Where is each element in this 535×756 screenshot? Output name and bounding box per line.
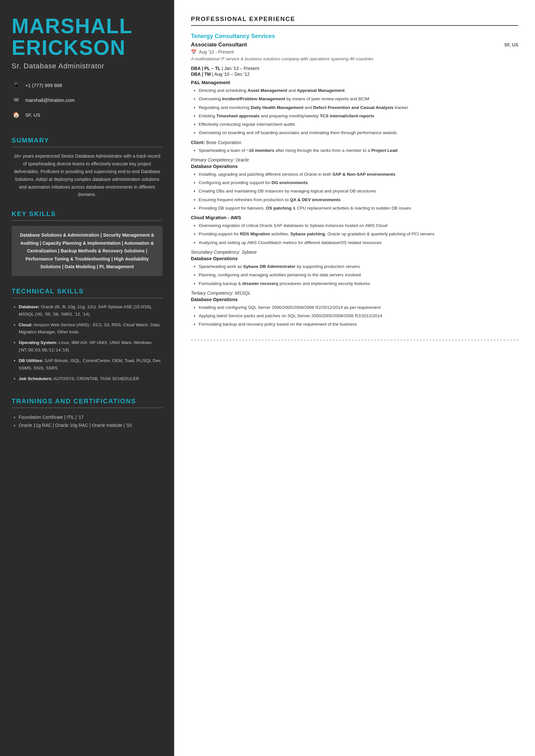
client-bullets: Spearheading a team of ~10 members after… — [191, 147, 518, 154]
job-schedulers-label: Job Schedulers: — [19, 376, 53, 381]
email-contact: ✉ marshall@hiration.com — [12, 95, 162, 104]
pl-management-heading: P&L Management — [191, 80, 518, 85]
candidate-name: MARSHALL ERICKSON — [12, 15, 162, 59]
oracle-bullets: Installing, upgrading and patching diffe… — [191, 171, 518, 212]
candidate-title: Sr. Database Administrator — [12, 62, 162, 70]
list-item: Installing, upgrading and patching diffe… — [199, 171, 518, 178]
list-item: Analyzing and setting up AWS CloudWatch … — [199, 239, 518, 246]
key-skills-box: Database Solutions & Administration | Se… — [12, 226, 162, 276]
technical-skills-title: TECHNICAL SKILLS — [12, 287, 162, 298]
list-item: Foundation Certificate | ITIL | '17 — [19, 413, 162, 421]
list-item: Planning, configuring and managing activ… — [199, 271, 518, 279]
mssql-db-ops-heading: Database Operations — [191, 297, 518, 302]
bold-text: disaster recovery — [242, 281, 278, 286]
bold-text: Daily Health Management — [251, 105, 303, 110]
location-text: SF, US — [25, 112, 40, 118]
list-item: Regulating and monitoring Daily Health M… — [199, 104, 518, 111]
list-item: Formulating backup and recovery policy b… — [199, 321, 518, 328]
list-item: Effectively conducting regular internal/… — [199, 121, 518, 128]
bold-text: TCS internal/client reports — [320, 114, 375, 118]
dashed-divider — [191, 340, 518, 340]
aws-bullets: Overseeing migration of critical Oracle … — [191, 222, 518, 246]
certifications-section: TRAININGS AND CERTIFICATIONS Foundation … — [12, 397, 162, 429]
list-item: Ensuring frequent refreshes from product… — [199, 196, 518, 203]
bold-text: Sybase patching — [290, 231, 325, 236]
list-item: Formulating backup & disaster recovery p… — [199, 280, 518, 287]
professional-experience-title: PROFESSIONAL EXPERIENCE — [191, 15, 518, 26]
list-item: Overseeing migration of critical Oracle … — [199, 222, 518, 229]
tertiary-competency-line: Tertiary Competency: MSSQL — [191, 290, 518, 296]
tertiary-competency-label: Tertiary Competency: — [191, 290, 234, 296]
list-item: Applying latest Service packs and patche… — [199, 312, 518, 319]
primary-competency-line: Primary Competency: Oracle — [191, 157, 518, 162]
list-item: Cloud: Amazon Web Service (AWS) - EC2, S… — [19, 321, 162, 336]
list-item: Enlisting Timesheet approvals and prepar… — [199, 113, 518, 120]
db-utilities-label: DB Utilities: — [19, 358, 43, 363]
bold-text: Defect Prevention and Casual Analysis — [313, 105, 393, 110]
certifications-title: TRAININGS AND CERTIFICATIONS — [12, 397, 162, 408]
phone-number: +1 (777) 999 888 — [25, 83, 62, 88]
bold-text: QA & DEV environments — [290, 197, 341, 202]
company-name: Tenergy Consultancy Services — [191, 33, 518, 40]
job-title: Associate Consultant — [191, 41, 247, 48]
bold-text: Asset Management — [248, 88, 287, 93]
job-date-row: 📅 Aug '10 - Present — [191, 49, 518, 54]
pl-bullets: Directing and scheduling Asset Managemen… — [191, 87, 518, 137]
secondary-competency-line: Secondary Competency: Sybase — [191, 250, 518, 255]
mssql-bullets: Installing and configuring SQL Server 20… — [191, 304, 518, 328]
list-item: Overseeing Incident/Problem Management b… — [199, 95, 518, 102]
role-label-2: DBA | TM — [191, 71, 211, 77]
bold-text: Appraisal Management — [297, 88, 345, 93]
role-line-2: DBA | TM | Aug '10 – Dec '12 — [191, 71, 518, 77]
phone-icon: 📱 — [12, 81, 21, 90]
technical-skills-section: TECHNICAL SKILLS Database: Oracle (8i, 9… — [12, 287, 162, 386]
bold-text: Incident/Problem Management — [222, 96, 285, 101]
list-item: Oracle 11g RAC | Oracle 10g RAC | Oracle… — [19, 421, 162, 429]
location-contact: 🏠 SF, US — [12, 110, 162, 119]
list-item: DB Utilities: SAP Brtools, ISQL, Control… — [19, 357, 162, 372]
job-title-row: Associate Consultant SF, US — [191, 41, 518, 48]
list-item: Overseeing on boarding and off boarding … — [199, 129, 518, 136]
job-dates: Aug '10 - Present — [199, 49, 234, 54]
summary-section: SUMMARY 16+ years experienced Senior Dat… — [12, 137, 162, 199]
company-description: A multinational IT service & business so… — [191, 56, 518, 61]
bold-text: DG environments — [271, 180, 308, 185]
list-item: Providing DB support for failovers, OS p… — [199, 205, 518, 212]
main-content: PROFESSIONAL EXPERIENCE Tenergy Consulta… — [174, 0, 535, 756]
list-item: Spearheading a team of ~10 members after… — [199, 147, 518, 154]
bold-text: Sybase DB Administrator — [243, 264, 296, 269]
list-item: Spearheading work as Sybase DB Administr… — [199, 263, 518, 270]
list-item: Creating DBs and maintaining DB instance… — [199, 188, 518, 195]
name-line1: MARSHALL — [12, 14, 132, 38]
sybase-bullets: Spearheading work as Sybase DB Administr… — [191, 263, 518, 287]
summary-title: SUMMARY — [12, 137, 162, 147]
list-item: Configuring and providing support for DG… — [199, 179, 518, 186]
technical-skills-list: Database: Oracle (8i, 9i, 10g, 11g, 12c)… — [12, 303, 162, 383]
email-address: marshall@hiration.com — [25, 97, 75, 103]
bold-text: RDS Migration — [240, 231, 270, 236]
calendar-icon: 📅 — [191, 49, 196, 54]
bold-text: SAP & Non-SAP environments — [332, 172, 395, 177]
list-item: Providing support for RDS Migration acti… — [199, 230, 518, 238]
list-item: Database: Oracle (8i, 9i, 10g, 11g, 12c)… — [19, 303, 162, 318]
key-skills-title: KEY SKILLS — [12, 210, 162, 221]
list-item: Operating System: Linux, IBM AIX, HP UNI… — [19, 339, 162, 354]
cloud-label: Cloud: — [19, 322, 33, 327]
client-line: Client: Bose Corporation — [191, 140, 518, 145]
role-label-1: DBA | PL – TL — [191, 66, 221, 71]
bold-text: ~10 members — [246, 148, 274, 153]
sidebar: MARSHALL ERICKSON Sr. Database Administr… — [0, 0, 174, 756]
os-label: Operating System: — [19, 340, 57, 345]
key-skills-section: KEY SKILLS Database Solutions & Administ… — [12, 210, 162, 276]
bold-text: Project Lead — [371, 148, 397, 153]
cert-list: Foundation Certificate | ITIL | '17 Orac… — [12, 413, 162, 429]
sybase-db-ops-heading: Database Operations — [191, 256, 518, 261]
email-icon: ✉ — [12, 95, 21, 104]
bold-text: Timesheet approvals — [216, 114, 260, 118]
role-line-1: DBA | PL – TL | Jan '13 – Present — [191, 66, 518, 71]
bold-text: OS patching — [266, 206, 292, 210]
secondary-competency-label: Secondary Competency: — [191, 250, 240, 255]
primary-competency-label: Primary Competency: — [191, 157, 235, 162]
job-location: SF, US — [504, 42, 518, 47]
list-item: Job Schedulers: AUTOSYS, CRONTAB, TASK S… — [19, 375, 162, 383]
